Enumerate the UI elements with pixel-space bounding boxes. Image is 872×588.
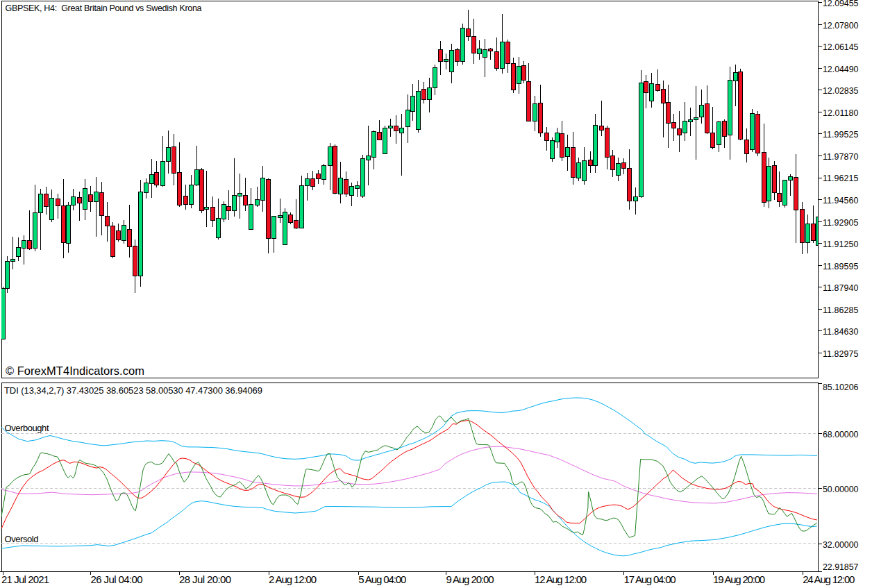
svg-text:11.92905: 11.92905 (823, 218, 859, 228)
svg-text:2 Aug 12:00: 2 Aug 12:00 (269, 573, 317, 585)
svg-text:11.97870: 11.97870 (823, 152, 859, 162)
svg-text:12 Aug 12:00: 12 Aug 12:00 (535, 573, 587, 585)
svg-text:5 Aug 04:00: 5 Aug 04:00 (358, 573, 406, 585)
svg-text:TDI (13,34,2,7) 37.43025 38.60: TDI (13,34,2,7) 37.43025 38.60523 58.005… (4, 385, 262, 396)
svg-text:32.00000: 32.00000 (823, 540, 859, 550)
svg-text:11.96215: 11.96215 (823, 174, 859, 183)
svg-text:11.99525: 11.99525 (823, 130, 859, 140)
svg-text:12.04490: 12.04490 (823, 65, 859, 74)
svg-text:12.06145: 12.06145 (823, 42, 859, 52)
svg-text:12.01180: 12.01180 (823, 108, 859, 118)
svg-text:11.89595: 11.89595 (823, 262, 859, 271)
svg-text:26 Jul 04:00: 26 Jul 04:00 (91, 573, 143, 585)
svg-text:12.02835: 12.02835 (823, 86, 859, 96)
svg-text:12.07800: 12.07800 (823, 21, 859, 31)
svg-text:Overbought: Overbought (5, 423, 49, 433)
svg-text:21 Jul 2021: 21 Jul 2021 (1, 573, 49, 585)
svg-text:22.91857: 22.91857 (823, 562, 859, 572)
svg-text:50.00000: 50.00000 (823, 485, 859, 494)
svg-text:12.09455: 12.09455 (823, 0, 859, 8)
svg-text:11.94560: 11.94560 (823, 196, 859, 205)
svg-text:11.87940: 11.87940 (823, 283, 859, 293)
svg-text:68.00000: 68.00000 (823, 430, 859, 439)
svg-text:85.10206: 85.10206 (823, 383, 859, 392)
svg-text:9 Aug 20:00: 9 Aug 20:00 (446, 573, 494, 585)
svg-text:GBPSEK, H4: Great Britain Pou: GBPSEK, H4: Great Britain Pound vs Swedi… (6, 3, 202, 13)
svg-text:28 Jul 20:00: 28 Jul 20:00 (179, 573, 231, 585)
svg-text:11.86285: 11.86285 (823, 305, 859, 315)
svg-text:© ForexMT4Indicators.com: © ForexMT4Indicators.com (6, 364, 144, 377)
svg-text:11.91250: 11.91250 (823, 240, 859, 249)
svg-text:24 Aug 12:00: 24 Aug 12:00 (803, 573, 855, 585)
svg-text:Oversold: Oversold (5, 534, 39, 544)
svg-text:11.84630: 11.84630 (823, 327, 859, 337)
svg-text:17 Aug 04:00: 17 Aug 04:00 (624, 573, 676, 585)
svg-text:11.82975: 11.82975 (823, 349, 859, 359)
svg-text:19 Aug 20:00: 19 Aug 20:00 (713, 573, 765, 585)
